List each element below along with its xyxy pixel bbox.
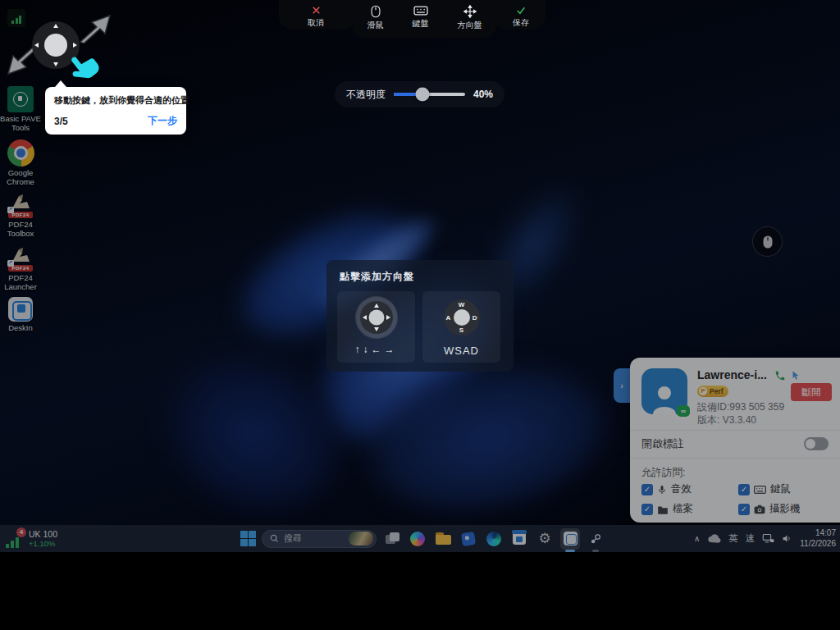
keyboard-icon [413,5,428,16]
wsad-option-label: WSAD [422,345,500,357]
opacity-control: 不透明度 40% [335,81,504,107]
toolbar-right-segment: 保存 [496,0,546,30]
tutorial-next-button[interactable]: 下一步 [148,114,177,128]
save-button[interactable]: 保存 [513,0,529,29]
tutorial-step-counter: 3/5 [54,116,68,127]
add-dpad-button[interactable]: 方向盤 [458,0,482,31]
dpad-wsad-option[interactable]: W A S D WSAD [422,291,500,363]
screen: Basic PAVE Tools Google Chrome PDF24 PDF… [0,0,840,630]
mouse-icon [370,5,381,18]
drag-arrow-ne-icon [79,14,113,43]
letterbox-band [0,552,840,630]
add-keyboard-button[interactable]: 鍵盤 [413,0,429,30]
opacity-label: 不透明度 [346,88,386,102]
hand-pointer-icon [64,46,107,90]
tutorial-tooltip: 移動按鍵，放到你覺得合適的位置 3/5 下一步 [45,87,186,135]
move-arrows-icon [463,5,477,18]
add-dpad-panel: 點擊添加方向盤 ↑↓←→ W A S D WSAD [326,260,514,372]
tutorial-text: 移動按鍵，放到你覺得合適的位置 [54,94,177,107]
check-icon [515,5,527,16]
toolbar-left-segment: 取消 [279,0,353,30]
wasd-preview-icon: W A S D [444,299,480,336]
cancel-button[interactable]: 取消 [308,0,324,29]
dpad-preview-icon [360,301,393,334]
dpad-arrows-option[interactable]: ↑↓←→ [337,291,415,363]
x-icon [311,5,322,16]
arrows-option-label: ↑↓←→ [337,344,415,355]
add-mouse-button[interactable]: 滑鼠 [368,0,384,31]
edit-toolbar: 取消 滑鼠 鍵盤 方向盤 [279,0,546,38]
add-dpad-title: 點擊添加方向盤 [340,270,414,284]
opacity-value: 40% [473,89,493,100]
opacity-slider[interactable] [394,93,465,96]
toolbar-middle-segment: 滑鼠 鍵盤 方向盤 [353,0,496,38]
opacity-slider-thumb[interactable] [415,88,429,102]
